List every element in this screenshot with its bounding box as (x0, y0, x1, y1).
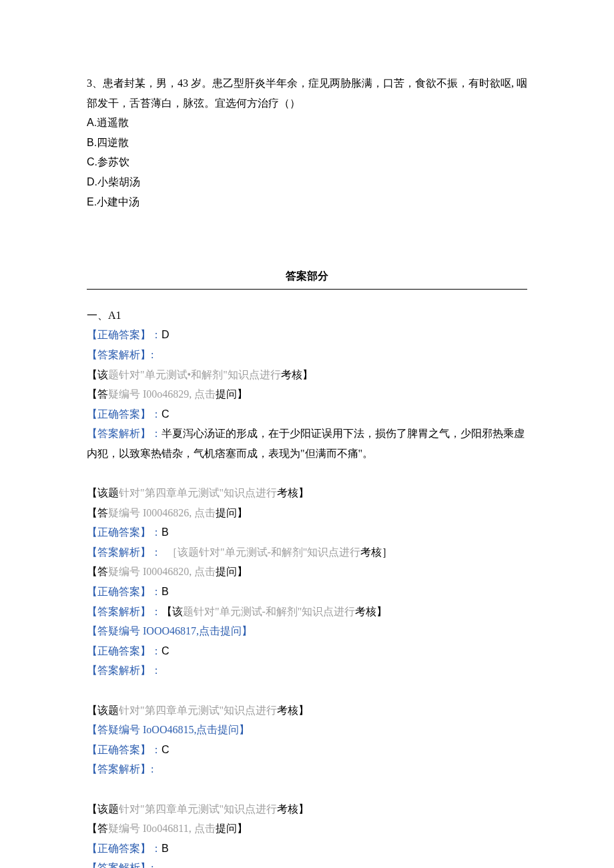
question-stem-line1: 3、患者封某，男，43 岁。患乙型肝炎半年余，症见两胁胀满，口苦，食欲不振，有时… (87, 73, 527, 93)
analysis-3: 【答案解析】： ［该题针对"单元测试-和解剂"知识点进行考核］ (87, 542, 527, 562)
query-1: 【答疑编号 I00o46829, 点击提问】 (87, 384, 527, 404)
analysis-6: 【答案解析】: (87, 759, 527, 779)
analysis-5: 【答案解析】： (87, 661, 527, 681)
correct-answer-5: 【正确答案】：C (87, 641, 527, 661)
analysis-1: 【答案解析】: (87, 345, 527, 365)
option-a: A.逍遥散 (87, 113, 527, 133)
section-heading: 一、A1 (87, 306, 527, 326)
question-options: A.逍遥散 B.四逆散 C.参苏饮 D.小柴胡汤 E.小建中汤 (87, 113, 527, 211)
answer-section-title: 答案部分 (87, 266, 527, 289)
correct-answer-1: 【正确答案】：D (87, 325, 527, 345)
query-5: 【答疑编号 IoOO46815,点击提问】 (87, 720, 527, 740)
correct-answer-6: 【正确答案】：C (87, 740, 527, 760)
correct-answer-2: 【正确答案】：C (87, 404, 527, 424)
option-c: C.参苏饮 (87, 152, 527, 172)
query-3: 【答疑编号 I00046820, 点击提问】 (87, 562, 527, 582)
reference-6: 【该题针对"第四章单元测试"知识点进行考核】 (87, 799, 527, 819)
reference-1: 【该题针对"单元测试•和解剂"知识点进行考核】 (87, 365, 527, 385)
analysis-7: 【答案解析】: (87, 858, 527, 868)
option-d: D.小柴胡汤 (87, 172, 527, 192)
query-2: 【答疑编号 I00046826, 点击提问】 (87, 503, 527, 523)
reference-2: 【该题针对"第四章单元测试"知识点进行考核】 (87, 483, 527, 503)
option-b: B.四逆散 (87, 133, 527, 153)
query-4: 【答疑编号 IOOO46817,点击提问】 (87, 621, 527, 641)
question-stem-line2: 部发干，舌苔薄白，脉弦。宜选何方治疗（） (87, 93, 527, 113)
query-6: 【答疑编号 I0o046811, 点击提问】 (87, 819, 527, 839)
correct-answer-3: 【正确答案】：B (87, 522, 527, 542)
analysis-4: 【答案解析】：【该题针对"单元测试-和解剂"知识点进行考核】 (87, 602, 527, 622)
correct-answer-4: 【正确答案】：B (87, 582, 527, 602)
correct-answer-7: 【正确答案】：B (87, 839, 527, 859)
divider (87, 289, 527, 290)
analysis-2-line2: 内犯，以致寒热错杂，气机痞塞而成，表现为"但满而不痛"。 (87, 444, 527, 464)
reference-5: 【该题针对"第四章单元测试"知识点进行考核】 (87, 701, 527, 721)
option-e: E.小建中汤 (87, 192, 527, 212)
analysis-2-line1: 【答案解析】：半夏泻心汤证的形成，在于少阳证误用下法，损伤了脾胃之气，少阳邪热乘… (87, 424, 527, 444)
